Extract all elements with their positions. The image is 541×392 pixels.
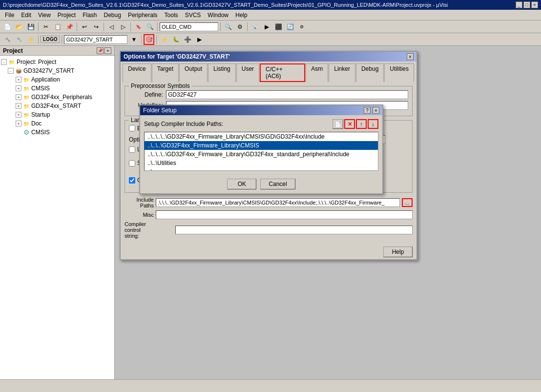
folder-path-4[interactable]: ..\..\Utilities bbox=[145, 159, 378, 167]
periph-expand-icon[interactable]: + bbox=[16, 94, 21, 100]
options-btn[interactable]: ⚙ bbox=[296, 21, 307, 32]
help-btn[interactable]: Help bbox=[383, 247, 413, 257]
tree-cmsis[interactable]: + 📁 CMSIS bbox=[0, 84, 114, 93]
menu-tools[interactable]: Tools bbox=[162, 11, 181, 20]
folder-path-1[interactable]: ..\..\..\..\GD32F4xx_Firmware_Library\CM… bbox=[145, 132, 378, 141]
folder-delete-btn[interactable]: ✕ bbox=[344, 119, 355, 129]
reset-btn[interactable]: 🔄 bbox=[285, 21, 295, 32]
menu-project[interactable]: Project bbox=[55, 11, 79, 20]
tab-output[interactable]: Output bbox=[179, 63, 208, 82]
folder-new-btn[interactable]: 📄 bbox=[333, 119, 343, 129]
split-load-checkbox[interactable] bbox=[129, 160, 135, 166]
copy-btn[interactable]: 📋 bbox=[52, 21, 63, 32]
minimize-button[interactable]: _ bbox=[516, 1, 522, 8]
folder-close-btn[interactable]: × bbox=[373, 107, 379, 114]
tree-start[interactable]: + 📁 GD32F4xx_START bbox=[0, 102, 114, 110]
startup-expand-icon[interactable]: + bbox=[16, 112, 21, 118]
panel-close-btn[interactable]: × bbox=[104, 47, 111, 54]
tree-cmsis-gear[interactable]: ⚙ CMSIS bbox=[0, 128, 114, 137]
target-options-btn[interactable]: 🎯 bbox=[144, 34, 154, 45]
paste-btn[interactable]: 📌 bbox=[64, 21, 75, 32]
tree-doc[interactable]: + 📁 Doc bbox=[0, 119, 114, 128]
flash-btn[interactable]: ⚡ bbox=[25, 34, 36, 45]
tab-target[interactable]: Target bbox=[152, 63, 179, 82]
tab-linker[interactable]: Linker bbox=[329, 63, 355, 82]
tree-root[interactable]: - 📁 Project: Project bbox=[0, 58, 114, 66]
flash2-btn[interactable]: ⚡ bbox=[159, 34, 169, 45]
include-browse-btn[interactable]: ... bbox=[402, 198, 413, 207]
folder-question-btn[interactable]: ? bbox=[364, 107, 371, 114]
menu-edit[interactable]: Edit bbox=[18, 11, 34, 20]
menu-help[interactable]: Help bbox=[232, 11, 250, 20]
folder-path-5[interactable]: ..\ bbox=[145, 167, 378, 171]
gd32-expand-icon[interactable]: - bbox=[8, 68, 14, 74]
tab-device[interactable]: Device bbox=[123, 63, 151, 82]
cmsis-gear-label: CMSIS bbox=[31, 129, 50, 136]
folder-cancel-btn[interactable]: Cancel bbox=[260, 179, 295, 189]
options-close-btn[interactable]: × bbox=[407, 53, 414, 60]
include-input[interactable] bbox=[156, 198, 400, 207]
plus-btn[interactable]: ➕ bbox=[182, 34, 193, 45]
tab-utilities[interactable]: Utilities bbox=[384, 63, 414, 82]
define-input[interactable] bbox=[166, 90, 408, 99]
folder-ok-btn[interactable]: OK bbox=[227, 179, 256, 189]
stop-btn[interactable]: ⬛ bbox=[273, 21, 284, 32]
menu-flash[interactable]: Flash bbox=[80, 11, 100, 20]
cmsis-expand-icon[interactable]: + bbox=[16, 85, 21, 91]
close-button[interactable]: × bbox=[531, 1, 538, 8]
tree-startup[interactable]: + 📁 Startup bbox=[0, 110, 114, 119]
save-btn[interactable]: 💾 bbox=[25, 21, 36, 32]
tree-application[interactable]: + 📁 Application bbox=[0, 75, 114, 84]
project-input[interactable] bbox=[64, 35, 127, 44]
cut-btn[interactable]: ✂ bbox=[41, 21, 51, 32]
tab-user[interactable]: User bbox=[236, 63, 259, 82]
bookmark-btn[interactable]: 🔖 bbox=[133, 21, 144, 32]
project-dropdown[interactable]: ▼ bbox=[128, 34, 139, 45]
tree-peripherals[interactable]: + 📁 GD32F4xx_Peripherals bbox=[0, 93, 114, 102]
run2-btn[interactable]: ▶ bbox=[194, 34, 205, 45]
panel-lock-btn[interactable]: 📌 bbox=[97, 47, 104, 54]
app-expand-icon[interactable]: + bbox=[16, 77, 21, 83]
menu-view[interactable]: View bbox=[35, 11, 54, 20]
rebuild-btn[interactable]: 🔧 bbox=[14, 34, 24, 45]
menu-peripherals[interactable]: Peripherals bbox=[125, 11, 161, 20]
menu-window[interactable]: Window bbox=[205, 11, 231, 20]
root-expand-icon[interactable]: - bbox=[1, 59, 7, 65]
tab-asm[interactable]: Asm bbox=[306, 63, 328, 82]
doc-expand-icon[interactable]: + bbox=[16, 121, 21, 126]
oled-cmd-input[interactable] bbox=[160, 22, 218, 31]
ctrl-input[interactable] bbox=[175, 226, 413, 234]
redo-btn[interactable]: ↪ bbox=[91, 21, 102, 32]
tab-cc-ac6[interactable]: C/C++ (AC6) bbox=[260, 63, 305, 82]
undo-btn[interactable]: ↩ bbox=[79, 21, 90, 32]
menu-svcs[interactable]: SVCS bbox=[182, 11, 204, 20]
debug2-btn[interactable]: 🐛 bbox=[170, 34, 181, 45]
folder-up-btn[interactable]: ↑ bbox=[356, 119, 367, 129]
tree-gd32[interactable]: - 📦 GD32427V_START bbox=[0, 66, 114, 75]
build-btn[interactable]: 🔨 bbox=[2, 34, 13, 45]
tab-debug[interactable]: Debug bbox=[356, 63, 384, 82]
open-btn[interactable]: 📂 bbox=[14, 21, 24, 32]
search-btn[interactable]: 🔍 bbox=[223, 21, 233, 32]
fwd-btn[interactable]: ▷ bbox=[118, 21, 128, 32]
tab-listing[interactable]: Listing bbox=[208, 63, 236, 82]
tsep2 bbox=[62, 35, 62, 44]
tsep1 bbox=[38, 35, 39, 44]
run-btn[interactable]: ▶ bbox=[261, 21, 272, 32]
one-elf-checkbox[interactable] bbox=[129, 177, 135, 184]
folder-down-btn[interactable]: ↓ bbox=[368, 119, 378, 129]
start-expand-icon[interactable]: + bbox=[16, 103, 21, 109]
folder-path-3[interactable]: ..\..\..\..\GD32F4xx_Firmware_Library\GD… bbox=[145, 150, 378, 159]
folder-path-2[interactable]: ..\..\..\GD32F4xx_Firmware_Library\CMSIS bbox=[145, 141, 378, 150]
menu-file[interactable]: File bbox=[2, 11, 17, 20]
maximize-button[interactable]: □ bbox=[523, 1, 530, 8]
misc-input[interactable] bbox=[156, 210, 413, 219]
menu-debug[interactable]: Debug bbox=[101, 11, 124, 20]
link-time-checkbox[interactable] bbox=[129, 146, 135, 153]
find-btn[interactable]: 🔍 bbox=[145, 21, 155, 32]
execute-only-checkbox[interactable] bbox=[129, 125, 135, 131]
device-btn[interactable]: 📡 bbox=[250, 21, 260, 32]
new-btn[interactable]: 📄 bbox=[2, 21, 13, 32]
settings-btn[interactable]: ⚙ bbox=[234, 21, 245, 32]
back-btn[interactable]: ◁ bbox=[106, 21, 117, 32]
